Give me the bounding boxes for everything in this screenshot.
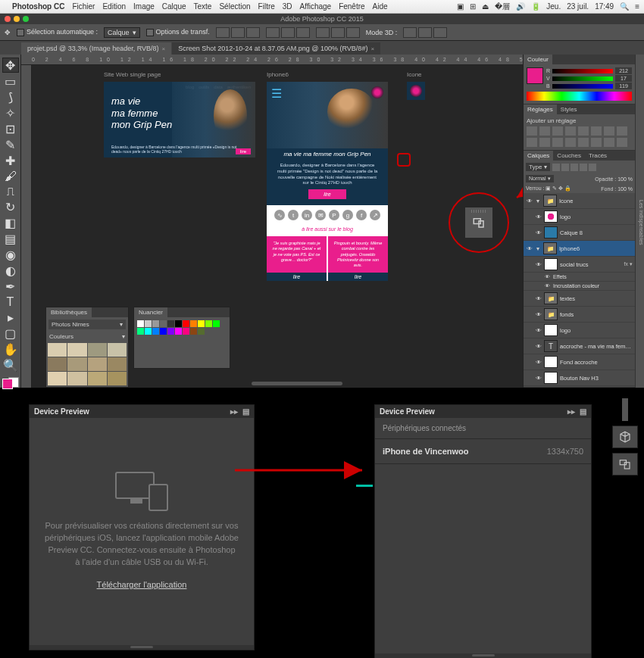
fill-value[interactable]: 100 % (617, 186, 633, 192)
r-slider[interactable] (552, 69, 613, 73)
artboard-label[interactable]: Site Web single page (104, 71, 161, 78)
swatch[interactable] (167, 320, 174, 327)
library-swatch[interactable] (67, 357, 86, 371)
r-value[interactable]: 212 (615, 67, 632, 74)
3d-mode-button[interactable] (418, 27, 432, 38)
show-transform-checkbox[interactable] (146, 29, 154, 36)
menu-image[interactable]: Image (133, 2, 155, 11)
align-button[interactable] (246, 27, 260, 38)
volume-icon[interactable]: 🔊 (516, 2, 525, 11)
swatch[interactable] (198, 320, 205, 327)
swatch[interactable] (137, 320, 144, 327)
layer-row[interactable]: 👁Calque 8 (524, 225, 635, 241)
swatch[interactable] (160, 320, 167, 327)
crop-tool[interactable]: ⊡ (2, 122, 19, 136)
panel-menu-icon[interactable]: ▤ (242, 407, 249, 416)
close-window-button[interactable] (5, 16, 11, 22)
library-swatch[interactable] (88, 343, 107, 357)
layer-thumbnail[interactable]: 📁 (544, 292, 558, 304)
menu-affichage[interactable]: Affichage (300, 2, 332, 11)
status-icon[interactable]: ▣ (457, 2, 464, 11)
swatch[interactable] (152, 320, 159, 327)
library-select[interactable]: Photos Nimes▾ (48, 320, 126, 329)
artboard-desktop[interactable]: blog outils data authentiken ma viema fe… (104, 82, 255, 157)
adjustment-icon[interactable] (604, 138, 614, 147)
swatch[interactable] (183, 320, 189, 327)
layers-panel-tab[interactable]: Calques (524, 151, 553, 161)
visibility-toggle[interactable]: 👁 (535, 359, 542, 366)
hand-tool[interactable]: ✋ (2, 342, 19, 357)
adjustment-icon[interactable] (565, 138, 576, 147)
visibility-toggle[interactable]: 👁 (535, 295, 542, 302)
adjustment-icon[interactable] (539, 126, 550, 136)
align-button[interactable] (266, 27, 280, 38)
filter-icon[interactable] (561, 164, 569, 171)
ruler-horizontal[interactable]: 0 2 4 6 8 10 12 14 16 18 20 22 24 26 28 … (21, 55, 523, 65)
align-button[interactable] (281, 27, 295, 38)
device-preview-panel-icon[interactable] (612, 453, 638, 476)
swatch[interactable] (152, 328, 159, 335)
pen-tool[interactable]: ✒ (2, 279, 19, 294)
3d-mode-button[interactable] (433, 27, 447, 38)
blur-tool[interactable]: ◉ (2, 248, 19, 262)
adjustments-panel-tab[interactable]: Réglages (524, 104, 557, 114)
history-brush-tool[interactable]: ↻ (2, 200, 19, 214)
distribute-button[interactable] (331, 27, 345, 38)
adjustment-icon[interactable] (578, 126, 589, 136)
layer-row[interactable]: 👁▾📁Icone (524, 193, 635, 209)
library-swatch[interactable] (67, 372, 86, 385)
library-swatch[interactable] (67, 343, 86, 357)
ruler-vertical[interactable] (21, 65, 32, 388)
artboard-label[interactable]: Icone (407, 71, 422, 78)
lasso-tool[interactable]: ⟆ (2, 90, 19, 104)
collapse-icon[interactable]: ▸▸ (230, 407, 238, 416)
auto-select-target-select[interactable]: Calque ▾ (104, 27, 140, 38)
panel-grip[interactable] (30, 645, 254, 650)
zoom-window-button[interactable] (23, 16, 29, 22)
eyedropper-tool[interactable]: ✎ (2, 138, 19, 152)
layer-row[interactable]: 👁▾📁Iphone6 (524, 241, 635, 257)
artboard-label[interactable]: Iphone6 (267, 71, 289, 78)
swatch[interactable] (167, 328, 174, 335)
device-row[interactable]: iPhone de Vincenwoo 1334x750 (375, 439, 591, 464)
layer-row[interactable]: 👁📁fonds (524, 307, 635, 323)
adjustment-icon[interactable] (617, 126, 627, 136)
adjustment-icon[interactable] (565, 126, 576, 136)
auto-select-checkbox[interactable] (17, 29, 24, 36)
collapsed-dock-tab[interactable] (622, 398, 628, 421)
app-menu[interactable]: Photoshop CC (12, 2, 64, 11)
device-preview-panel-empty[interactable]: Device Preview ▸▸▤ Pour prévisualiser vo… (29, 404, 255, 650)
swatch[interactable] (213, 320, 220, 327)
distribute-button[interactable] (346, 27, 360, 38)
library-swatch[interactable] (108, 372, 127, 385)
libraries-panel[interactable]: Bibliothèques Photos Nimes▾ Couleurs▾ (45, 307, 129, 388)
layer-row[interactable]: 👁Effets (524, 273, 635, 282)
layer-thumbnail[interactable]: T (544, 340, 558, 352)
move-tool[interactable]: ✥ (2, 58, 19, 73)
adjustment-icon[interactable] (591, 138, 602, 147)
library-swatch[interactable] (108, 343, 127, 357)
healing-brush-tool[interactable]: ✚ (2, 154, 19, 168)
library-swatch[interactable] (48, 343, 67, 357)
document-tab[interactable]: Screen Shot 2012-10-24 at 8.37.05 AM.png… (172, 42, 380, 55)
distribute-button[interactable] (316, 27, 330, 38)
library-swatch[interactable] (88, 372, 107, 385)
visibility-toggle[interactable]: 👁 (544, 283, 551, 288)
align-button[interactable] (231, 27, 245, 38)
magic-wand-tool[interactable]: ✧ (2, 106, 19, 120)
visibility-toggle[interactable]: 👁 (535, 229, 542, 236)
artboard-icon[interactable] (407, 82, 425, 100)
foreground-swatch[interactable] (527, 67, 543, 84)
spotlight-icon[interactable]: 🔍 (620, 2, 629, 11)
artboard-iphone[interactable]: ☰ ma vie ma femme mon Grip Pen Edouardo,… (267, 82, 388, 281)
minimize-window-button[interactable] (14, 16, 20, 22)
layer-row[interactable]: 👁logo (524, 323, 635, 338)
align-button[interactable] (296, 27, 310, 38)
layer-thumbnail[interactable]: 📁 (544, 308, 558, 320)
canvas[interactable]: Site Web single page blog outils data au… (32, 65, 523, 388)
menu-fenetre[interactable]: Fenêtre (339, 2, 364, 11)
adjustment-icon[interactable] (617, 138, 627, 147)
visibility-toggle[interactable]: 👁 (526, 245, 533, 252)
shape-tool[interactable]: ▢ (2, 326, 19, 341)
styles-panel-tab[interactable]: Styles (557, 104, 581, 114)
